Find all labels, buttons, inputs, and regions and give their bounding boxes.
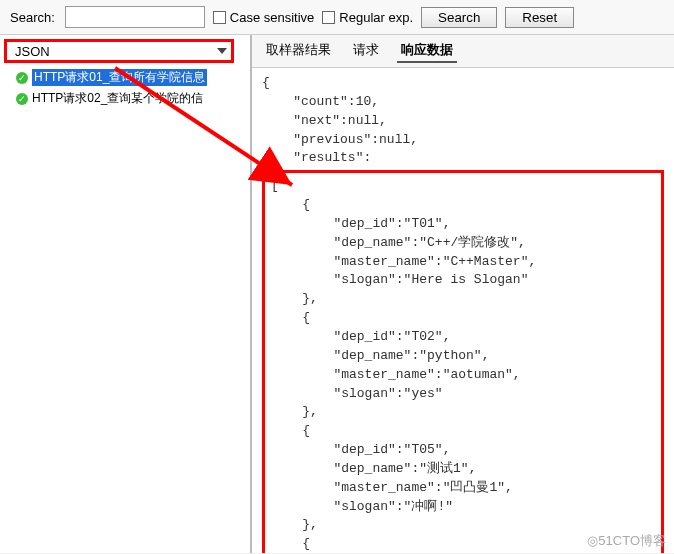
reset-button[interactable]: Reset [505, 7, 574, 28]
search-button[interactable]: Search [421, 7, 497, 28]
tree-item-label: HTTP请求02_查询某个学院的信 [32, 90, 203, 107]
regex-label: Regular exp. [339, 10, 413, 25]
request-tree: ✓ HTTP请求01_查询所有学院信息 ✓ HTTP请求02_查询某个学院的信 [4, 67, 246, 109]
tab-response-data[interactable]: 响应数据 [397, 39, 457, 63]
tree-item-02[interactable]: ✓ HTTP请求02_查询某个学院的信 [4, 88, 246, 109]
checkbox-box-icon [213, 11, 226, 24]
check-icon: ✓ [16, 93, 28, 105]
left-pane: JSON ✓ HTTP请求01_查询所有学院信息 ✓ HTTP请求02_查询某个… [0, 35, 252, 553]
checkbox-box-icon [322, 11, 335, 24]
case-sensitive-label: Case sensitive [230, 10, 315, 25]
tab-request[interactable]: 请求 [349, 39, 383, 63]
regex-checkbox[interactable]: Regular exp. [322, 10, 413, 25]
case-sensitive-checkbox[interactable]: Case sensitive [213, 10, 315, 25]
tree-item-label: HTTP请求01_查询所有学院信息 [32, 69, 207, 86]
format-dropdown[interactable]: JSON [4, 39, 234, 63]
tab-sampler-result[interactable]: 取样器结果 [262, 39, 335, 63]
response-body[interactable]: { "count":10, "next":null, "previous":nu… [252, 68, 674, 553]
search-label: Search: [10, 10, 55, 25]
right-pane: 取样器结果 请求 响应数据 { "count":10, "next":null,… [252, 35, 674, 553]
tree-item-01[interactable]: ✓ HTTP请求01_查询所有学院信息 [4, 67, 246, 88]
format-dropdown-value: JSON [15, 44, 50, 59]
main-split: JSON ✓ HTTP请求01_查询所有学院信息 ✓ HTTP请求02_查询某个… [0, 35, 674, 553]
check-icon: ✓ [16, 72, 28, 84]
search-toolbar: Search: Case sensitive Regular exp. Sear… [0, 0, 674, 35]
tabbar: 取样器结果 请求 响应数据 [252, 35, 674, 68]
response-results-lines: [ { "dep_id":"T01", "dep_name":"C++/学院修改… [271, 177, 655, 553]
results-highlight-box: [ { "dep_id":"T01", "dep_name":"C++/学院修改… [262, 170, 664, 553]
response-header-lines: { "count":10, "next":null, "previous":nu… [262, 74, 664, 168]
chevron-down-icon [217, 48, 227, 54]
watermark: ◎51CTO博客 [587, 532, 666, 550]
search-input[interactable] [65, 6, 205, 28]
